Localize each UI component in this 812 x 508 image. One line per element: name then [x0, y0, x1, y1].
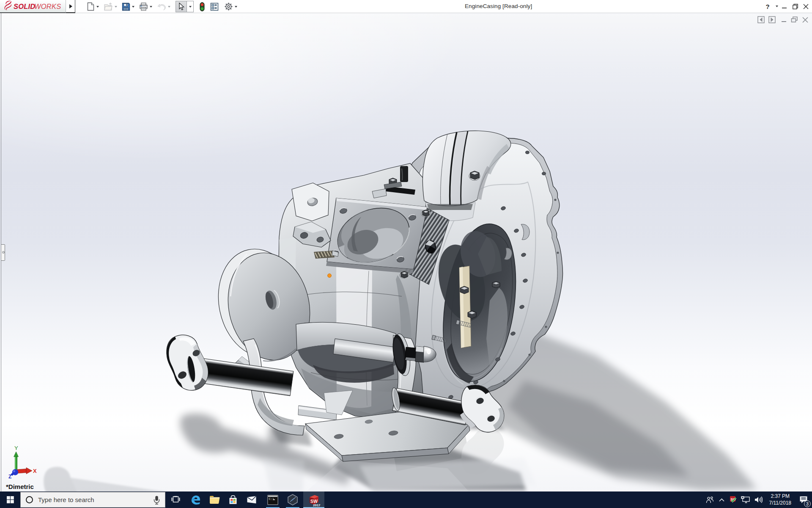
store-icon[interactable]: [224, 491, 242, 508]
command-prompt-icon[interactable]: C:\: [263, 491, 282, 508]
help-button[interactable]: ?: [762, 0, 773, 13]
close-document-button[interactable]: [802, 16, 809, 25]
windows-taskbar: Type here to search C:\: [0, 491, 812, 508]
undo-caret[interactable]: [168, 6, 170, 8]
open-document-caret[interactable]: [115, 6, 117, 8]
system-tray: SW 2:37 PM 7/11/2018 3: [704, 491, 812, 508]
search-placeholder: Type here to search: [38, 496, 94, 503]
network-display-icon[interactable]: [739, 491, 752, 508]
restore-window-button[interactable]: [790, 0, 801, 13]
print-caret[interactable]: [150, 6, 152, 8]
cmd-prompt-label: C:\: [269, 497, 274, 501]
document-window-controls: [757, 15, 809, 25]
solidworks-window: SOLID WORKS: [0, 0, 812, 508]
panel-splitter-tab[interactable]: [1, 244, 5, 261]
file-explorer-icon[interactable]: [205, 491, 224, 508]
solidworks-app-icon[interactable]: SW 2017: [303, 491, 324, 508]
select-tool-button[interactable]: [176, 1, 187, 12]
edge-browser-icon[interactable]: [187, 491, 205, 508]
previous-window-button[interactable]: [757, 16, 765, 25]
select-tool-caret[interactable]: [187, 1, 194, 12]
notification-badge: 3: [804, 500, 811, 507]
triad-z-label: Z: [8, 474, 11, 480]
graphics-viewport[interactable]: [0, 13, 812, 491]
options-caret[interactable]: [235, 6, 237, 8]
save-caret[interactable]: [132, 6, 134, 8]
view-orientation-label: *Dimetric: [6, 483, 34, 490]
tray-date: 7/11/2018: [769, 500, 792, 506]
notification-center-button[interactable]: 3: [795, 491, 812, 508]
title-bar: SOLID WORKS: [0, 0, 812, 13]
open-document-button[interactable]: [104, 3, 113, 11]
orientation-triad: Y X Z: [4, 444, 38, 482]
next-window-button[interactable]: [768, 16, 776, 25]
brand-works: WORKS: [34, 3, 61, 10]
sw-year: 2017: [313, 503, 320, 506]
new-document-caret[interactable]: [96, 6, 99, 8]
print-button[interactable]: [139, 3, 148, 11]
restore-document-button[interactable]: [791, 16, 798, 25]
microphone-icon[interactable]: [154, 496, 160, 506]
task-view-button[interactable]: [166, 491, 185, 508]
splitter-grip-dot: [2, 251, 5, 254]
close-window-button[interactable]: [800, 0, 811, 13]
ds-logo-icon: [5, 1, 11, 10]
left-rod-flange: [167, 335, 208, 390]
mail-icon[interactable]: [242, 491, 261, 508]
display-states-button[interactable]: [200, 2, 205, 11]
triad-x-label: X: [33, 468, 37, 474]
window-title: EngineCasing [Read-only]: [465, 3, 532, 9]
people-icon[interactable]: [704, 491, 716, 508]
speaker-icon[interactable]: [752, 491, 765, 508]
undo-button[interactable]: [157, 3, 166, 11]
solidworks-logo[interactable]: SOLID WORKS: [0, 0, 66, 13]
brand-solid: SOLID: [14, 3, 35, 10]
taskbar-search-input[interactable]: Type here to search: [20, 492, 165, 508]
minimize-document-button[interactable]: [781, 16, 787, 25]
start-button[interactable]: [0, 491, 20, 508]
taskbar-clock[interactable]: 2:37 PM 7/11/2018: [769, 493, 792, 506]
cortana-icon: [26, 496, 33, 503]
triad-y-label: Y: [14, 445, 18, 451]
hexagon-app-icon[interactable]: [283, 491, 302, 508]
minimize-window-button[interactable]: [779, 0, 790, 13]
selection-point[interactable]: [328, 274, 332, 278]
tray-expand-chevron[interactable]: [716, 491, 727, 508]
toolbar-flyout-button[interactable]: [66, 0, 75, 13]
engine-casing-model: [0, 13, 812, 491]
new-document-button[interactable]: [87, 2, 95, 11]
design-binder-button[interactable]: [210, 3, 219, 11]
options-gear-button[interactable]: [224, 2, 233, 11]
save-button[interactable]: [122, 3, 130, 11]
quick-access-toolbar: [87, 0, 237, 13]
tray-time: 2:37 PM: [769, 493, 792, 500]
solidworks-monitor-icon[interactable]: SW: [727, 491, 739, 508]
